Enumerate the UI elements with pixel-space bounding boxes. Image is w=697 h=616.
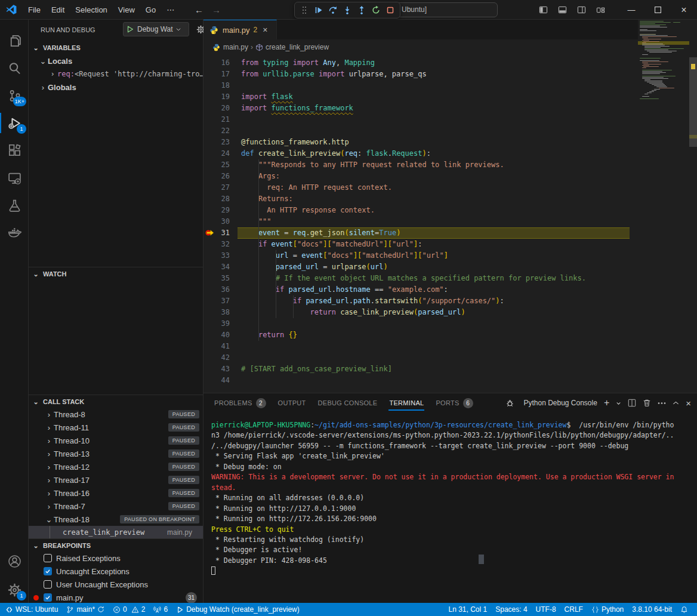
remote-indicator[interactable]: WSL: Ubuntu [1, 603, 62, 616]
terminal-instance-label[interactable]: Python Debug Console [523, 399, 597, 407]
nav-forward-icon[interactable]: → [212, 5, 221, 15]
activity-docker[interactable] [0, 219, 29, 247]
language-mode[interactable]: Python [587, 603, 628, 616]
breakpoint-row[interactable]: Raised Exceptions [29, 552, 203, 565]
debug-stop-icon[interactable] [383, 3, 397, 17]
code-line-20: import functions_framework [241, 103, 353, 114]
minimize-button[interactable]: — [618, 0, 644, 20]
code-line-37: if parsed_url.path.startswith("/support/… [241, 295, 504, 307]
thread-row[interactable]: ›Thread-11PAUSED [29, 421, 203, 434]
breadcrumb-file[interactable]: main.py [223, 43, 248, 51]
panel-tab-terminal[interactable]: TERMINAL [386, 393, 427, 412]
maximize-panel-icon[interactable] [673, 400, 679, 406]
terminal[interactable]: pierrick@LAPTOP-HKU5PNNG:~/git/add-ons-s… [211, 420, 692, 599]
variables-globals-row[interactable]: ›Globals [29, 81, 203, 94]
code-line-17: from urllib.parse import urlparse, parse… [241, 69, 427, 80]
panel-tab-output[interactable]: OUTPUT [275, 393, 309, 412]
panel-tab-ports[interactable]: PORTS6 [433, 393, 476, 412]
thread-row[interactable]: ›Thread-16PAUSED [29, 486, 203, 500]
code-editor[interactable]: 1617181920212223242526272829303132333435… [203, 55, 630, 393]
kill-terminal-icon[interactable] [643, 399, 651, 407]
breakpoint-checkbox[interactable] [44, 593, 52, 602]
breakpoint-checkbox[interactable] [44, 580, 52, 589]
breakpoint-row[interactable]: main.py31 [29, 591, 203, 604]
debug-restart-icon[interactable] [369, 3, 383, 17]
debug-step-into-icon[interactable] [340, 3, 354, 17]
thread-row[interactable]: ›Thread-17PAUSED [29, 473, 203, 486]
ports-status[interactable]: 6 [149, 603, 172, 616]
stack-frame-row[interactable]: create_link_previewmain.py [29, 526, 203, 539]
minimap[interactable] [638, 20, 689, 358]
debug-step-out-icon[interactable] [354, 3, 369, 17]
editor-scrollbar[interactable] [689, 20, 697, 358]
terminal-dropdown-icon[interactable] [616, 401, 621, 406]
breadcrumb-symbol[interactable]: create_link_preview [266, 43, 329, 51]
toggle-sidebar-icon[interactable] [539, 5, 548, 14]
line-number: 18 [203, 80, 230, 91]
debug-step-over-icon[interactable] [326, 3, 340, 17]
menu-file[interactable]: File [23, 4, 46, 16]
debug-status[interactable]: Debug Watch (create_link_preview) [172, 603, 304, 616]
encoding[interactable]: UTF-8 [532, 603, 560, 616]
toggle-panel-icon[interactable] [558, 5, 567, 14]
debug-config-dropdown[interactable]: Debug Wat [123, 22, 189, 36]
thread-row[interactable]: ›Thread-13PAUSED [29, 447, 203, 460]
activity-extensions[interactable] [0, 137, 29, 164]
variables-locals-row[interactable]: ⌄Locals [29, 54, 203, 67]
watch-section-header[interactable]: ⌄WATCH [29, 267, 203, 281]
variables-req-row[interactable]: › req: <Request 'http://charming-tro… [29, 67, 203, 81]
activity-accounts[interactable] [0, 547, 29, 575]
breakpoint-current-line-icon[interactable] [205, 228, 215, 238]
tab-main-py[interactable]: main.py 2 × [203, 20, 277, 39]
customize-layout-icon[interactable] [596, 5, 605, 14]
activity-search[interactable] [0, 54, 29, 82]
breakpoint-checkbox[interactable] [44, 554, 52, 562]
activity-remote-explorer[interactable] [0, 164, 29, 192]
debug-continue-icon[interactable] [312, 3, 326, 17]
new-terminal-icon[interactable]: + [604, 398, 609, 408]
thread-row[interactable]: ›Thread-10PAUSED [29, 434, 203, 447]
activity-source-control[interactable]: 1K+ [0, 82, 29, 109]
panel-tab-debug-console[interactable]: DEBUG CONSOLE [315, 393, 381, 412]
activity-run-and-debug[interactable]: 1 [0, 109, 29, 137]
call-stack-section-header[interactable]: ⌄CALL STACK [29, 395, 203, 408]
tab-close-icon[interactable]: × [263, 25, 267, 35]
activity-testing[interactable] [0, 192, 29, 219]
menu-edit[interactable]: Edit [46, 4, 70, 16]
debug-console-icon [505, 399, 514, 408]
problems-status[interactable]: 0 2 [109, 603, 149, 616]
variables-section-header[interactable]: ⌄VARIABLES [29, 41, 203, 54]
python-interpreter[interactable]: 3.8.10 64-bit [628, 603, 676, 616]
close-window-button[interactable]: × [671, 0, 697, 20]
activity-settings[interactable]: 1 [0, 576, 29, 603]
thread-row[interactable]: ⌄Thread-18PAUSED ON BREAKPOINT [29, 513, 203, 526]
start-debug-icon[interactable] [126, 25, 134, 33]
breakpoint-row[interactable]: User Uncaught Exceptions [29, 578, 203, 591]
toggle-secondary-sidebar-icon[interactable] [577, 5, 586, 14]
panel-more-actions-icon[interactable] [658, 402, 666, 405]
menu-view[interactable]: View [113, 4, 140, 16]
menu-⋯[interactable]: ⋯ [161, 4, 180, 16]
cursor-position[interactable]: Ln 31, Col 1 [444, 603, 491, 616]
thread-row[interactable]: ›Thread-8PAUSED [29, 408, 203, 421]
git-branch-status[interactable]: main* [62, 603, 109, 616]
thread-row[interactable]: ›Thread-12PAUSED [29, 460, 203, 473]
activity-explorer[interactable] [0, 27, 29, 54]
close-panel-icon[interactable]: × [686, 398, 691, 408]
maximize-button[interactable] [644, 0, 671, 20]
nav-back-icon[interactable]: ← [195, 5, 203, 15]
terminal-line: * Debugger is active! [211, 545, 302, 555]
split-terminal-icon[interactable] [628, 399, 636, 407]
menu-go[interactable]: Go [140, 4, 161, 16]
menu-selection[interactable]: Selection [70, 4, 112, 16]
breakpoint-checkbox[interactable] [44, 567, 52, 575]
breakpoint-row[interactable]: Uncaught Exceptions [29, 565, 203, 578]
debug-config-label: Debug Wat [137, 25, 173, 33]
notifications-bell-icon[interactable] [676, 603, 692, 616]
indentation[interactable]: Spaces: 4 [491, 603, 531, 616]
eol-sequence[interactable]: CRLF [560, 603, 587, 616]
sync-icon [97, 606, 104, 613]
panel-tab-problems[interactable]: PROBLEMS2 [211, 393, 269, 412]
thread-row[interactable]: ›Thread-7PAUSED [29, 500, 203, 513]
breakpoints-section-header[interactable]: ⌄BREAKPOINTS [29, 539, 203, 552]
